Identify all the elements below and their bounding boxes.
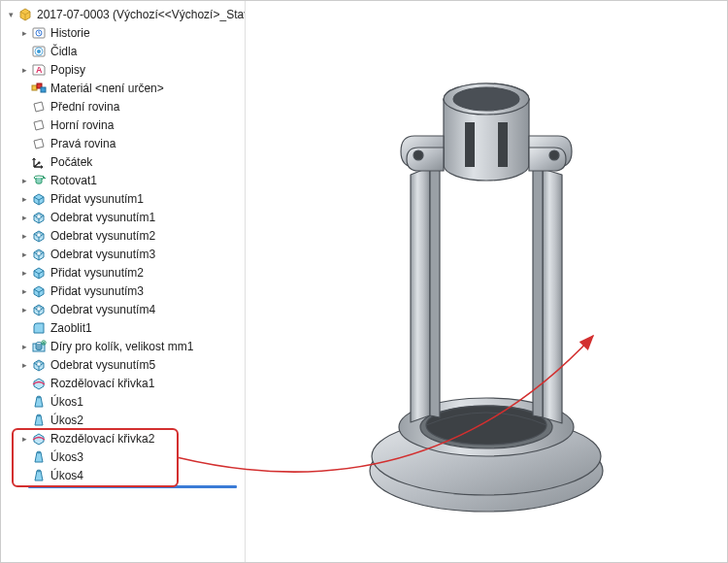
annotations-icon: A xyxy=(31,62,47,78)
tree-item-label: Úkos1 xyxy=(50,395,83,409)
expander-closed-icon[interactable]: ▸ xyxy=(18,248,30,260)
svg-rect-10 xyxy=(37,215,41,218)
svg-point-20 xyxy=(37,451,41,453)
expander-closed-icon[interactable]: ▸ xyxy=(18,285,30,297)
svg-point-19 xyxy=(37,414,41,416)
tree-root[interactable]: ▾ 2017-07-0003 (Výchozí<<Výchozí>_Stav z xyxy=(1,5,245,23)
tree-item[interactable]: ▸Úkos3 xyxy=(1,447,245,466)
history-icon xyxy=(31,25,47,41)
tree-item[interactable]: ▸Čidla xyxy=(1,42,245,60)
expander-closed-icon[interactable]: ▸ xyxy=(18,212,30,223)
tree-item-label: Horní rovina xyxy=(50,118,114,132)
tree-item[interactable]: ▸Úkos4 xyxy=(1,466,245,484)
tree-item[interactable]: ▸Materiál <není určen> xyxy=(1,79,245,97)
tree-item[interactable]: ▸Díry pro kolík, velikost mm1 xyxy=(1,337,245,355)
expander-closed-icon[interactable]: ▸ xyxy=(18,304,30,315)
tree-item-label: Materiál <není určen> xyxy=(50,82,164,95)
extrude-add-icon xyxy=(31,191,47,207)
svg-point-29 xyxy=(453,87,519,111)
svg-point-3 xyxy=(37,50,41,53)
tree-item-label: Zaoblit1 xyxy=(50,321,92,335)
tree-item-label: Úkos2 xyxy=(50,414,83,427)
tree-item-label: Pravá rovina xyxy=(50,137,116,150)
tree-root-label: 2017-07-0003 (Výchozí<<Výchozí>_Stav z xyxy=(37,8,246,21)
extrude-add-icon xyxy=(31,283,47,299)
tree-item-label: Čidla xyxy=(50,45,77,58)
hole-icon xyxy=(31,339,47,354)
tree-item[interactable]: ▸Přidat vysunutím2 xyxy=(1,263,245,282)
tree-item-label: Odebrat vysunutím4 xyxy=(50,303,155,316)
viewport-3d[interactable] xyxy=(246,1,727,562)
feature-tree[interactable]: ▾ 2017-07-0003 (Výchozí<<Výchozí>_Stav z… xyxy=(1,1,246,562)
expander-closed-icon[interactable]: ▸ xyxy=(18,433,30,445)
svg-point-33 xyxy=(549,150,559,160)
svg-point-18 xyxy=(37,396,41,398)
tree-item[interactable]: ▸Rotovat1 xyxy=(1,171,245,189)
tree-item-label: Odebrat vysunutím5 xyxy=(50,358,155,372)
draft-icon xyxy=(31,468,47,483)
tree-item[interactable]: ▸Pravá rovina xyxy=(1,134,245,152)
tree-item-label: Úkos4 xyxy=(50,469,83,482)
tree-item[interactable]: ▸Úkos1 xyxy=(1,392,245,411)
tree-item-label: Přidat vysunutím3 xyxy=(50,284,144,298)
tree-item[interactable]: ▸Odebrat vysunutím4 xyxy=(1,300,245,318)
origin-icon xyxy=(31,154,47,170)
svg-rect-13 xyxy=(37,307,41,311)
tree-item-label: Odebrat vysunutím1 xyxy=(50,211,155,224)
svg-point-32 xyxy=(414,150,423,160)
material-icon xyxy=(31,81,47,96)
tree-item[interactable]: ▸Odebrat vysunutím5 xyxy=(1,355,245,374)
expander-open-icon[interactable]: ▾ xyxy=(5,9,17,20)
tree-item[interactable]: ▸Odebrat vysunutím3 xyxy=(1,245,245,263)
tree-item-label: Rotovat1 xyxy=(50,174,97,187)
extrude-cut-icon xyxy=(31,302,47,317)
tree-item[interactable]: ▸Odebrat vysunutím1 xyxy=(1,208,245,226)
extrude-add-icon xyxy=(31,265,47,281)
tree-item[interactable]: ▸Přední rovina xyxy=(1,97,245,116)
tree-item[interactable]: ▸Úkos2 xyxy=(1,411,245,429)
tree-item-label: Přidat vysunutím1 xyxy=(50,192,144,206)
tree-item[interactable]: ▸Historie xyxy=(1,23,245,42)
tree-item[interactable]: ▸Počátek xyxy=(1,152,245,171)
expander-closed-icon[interactable]: ▸ xyxy=(18,359,30,371)
tree-item-label: Odebrat vysunutím3 xyxy=(50,248,155,261)
tree-item-label: Díry pro kolík, velikost mm1 xyxy=(50,340,193,353)
svg-rect-30 xyxy=(465,122,475,167)
tree-item-label: Přidat vysunutím2 xyxy=(50,266,144,280)
tree-item-label: Přední rovina xyxy=(50,100,119,114)
extrude-cut-icon xyxy=(31,357,47,373)
draft-icon xyxy=(31,449,47,465)
rollback-bar[interactable] xyxy=(28,485,237,488)
expander-closed-icon[interactable]: ▸ xyxy=(18,341,30,352)
tree-item-label: Historie xyxy=(50,26,90,40)
split-curve-icon xyxy=(31,376,47,391)
expander-closed-icon[interactable]: ▸ xyxy=(18,27,30,39)
tree-item-label: Rozdělovací křivka1 xyxy=(50,377,154,390)
plane-icon xyxy=(31,136,47,151)
tree-item[interactable]: ▸Rozdělovací křivka2 xyxy=(1,429,245,447)
tree-item-label: Úkos3 xyxy=(50,450,83,464)
expander-closed-icon[interactable]: ▸ xyxy=(18,267,30,279)
tree-item[interactable]: ▸Přidat vysunutím1 xyxy=(1,189,245,208)
tree-item[interactable]: ▸Zaoblit1 xyxy=(1,318,245,337)
part-model xyxy=(321,39,651,524)
expander-closed-icon[interactable]: ▸ xyxy=(18,230,30,242)
tree-item[interactable]: ▸Odebrat vysunutím2 xyxy=(1,226,245,245)
svg-text:A: A xyxy=(36,65,43,75)
tree-item-label: Popisy xyxy=(50,63,85,77)
svg-rect-12 xyxy=(37,251,41,255)
expander-closed-icon[interactable]: ▸ xyxy=(18,193,30,205)
tree-item[interactable]: ▸Rozdělovací křivka1 xyxy=(1,374,245,392)
svg-rect-8 xyxy=(41,87,46,92)
tree-item[interactable]: ▸Přidat vysunutím3 xyxy=(1,282,245,300)
extrude-cut-icon xyxy=(31,210,47,225)
expander-closed-icon[interactable]: ▸ xyxy=(18,64,30,76)
tree-item[interactable]: ▸Horní rovina xyxy=(1,116,245,134)
part-icon xyxy=(17,7,33,22)
svg-rect-6 xyxy=(32,85,37,90)
tree-item[interactable]: ▸APopisy xyxy=(1,60,245,79)
expander-closed-icon[interactable]: ▸ xyxy=(18,175,30,186)
draft-icon xyxy=(31,394,47,410)
tree-item-label: Počátek xyxy=(50,155,92,169)
svg-point-21 xyxy=(37,470,41,472)
